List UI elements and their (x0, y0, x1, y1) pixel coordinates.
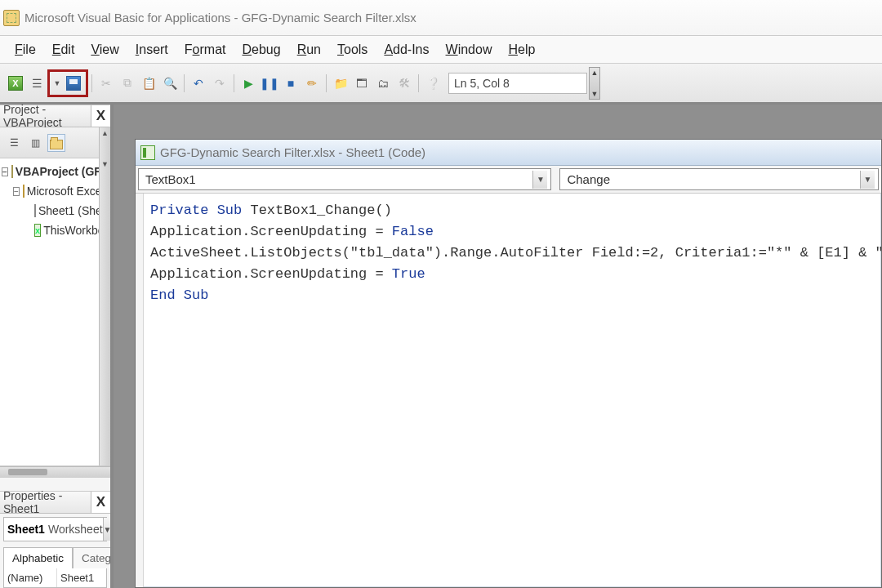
project-hscrollbar[interactable] (0, 466, 110, 478)
separator (91, 74, 92, 92)
code-editor[interactable]: Private Sub TextBox1_Change() Applicatio… (144, 194, 881, 587)
menu-format[interactable]: Format (176, 39, 234, 60)
window-title: Microsoft Visual Basic for Applications … (24, 11, 416, 24)
folder-icon (23, 185, 24, 198)
undo-button[interactable]: ↶ (189, 74, 207, 92)
run-button[interactable]: ▶ (239, 74, 257, 92)
project-icon (11, 165, 13, 178)
close-project-explorer-button[interactable]: X (91, 105, 110, 127)
project-scrollbar[interactable]: ▼ (99, 158, 110, 466)
code-window-title: GFG-Dynamic Search Filter.xlsx - Sheet1 … (160, 145, 425, 159)
menu-debug[interactable]: Debug (234, 39, 289, 60)
worksheet-icon (34, 204, 36, 217)
menu-help[interactable]: Help (500, 39, 543, 60)
copy-button[interactable]: ⧉ (118, 74, 136, 92)
tree-label: Sheet1 (Shee (38, 204, 99, 217)
menu-bar: File Edit View Insert Format Debug Run T… (0, 36, 882, 64)
code-window-titlebar[interactable]: GFG-Dynamic Search Filter.xlsx - Sheet1 … (136, 140, 881, 166)
view-object-button[interactable]: ▥ (26, 134, 44, 152)
view-excel-button[interactable]: X (7, 74, 24, 92)
break-button[interactable]: ❚❚ (261, 74, 278, 92)
chevron-down-icon[interactable]: ▼ (532, 171, 547, 189)
paste-button[interactable]: 📋 (140, 74, 158, 92)
reset-button[interactable]: ■ (282, 74, 300, 92)
separator (418, 74, 419, 92)
procedure-combo[interactable]: Change ▼ (559, 168, 879, 190)
object-combo-value: TextBox1 (145, 172, 196, 186)
close-properties-button[interactable]: X (91, 492, 110, 513)
collapse-icon[interactable]: − (13, 187, 20, 196)
redo-button[interactable]: ↷ (211, 74, 229, 92)
properties-object-combo[interactable]: Sheet1 Worksheet ▼ (3, 517, 107, 541)
menu-view[interactable]: View (82, 39, 127, 60)
menu-edit[interactable]: Edit (44, 39, 83, 60)
project-tree[interactable]: − VBAProject (GFG-Dy − Microsoft Excel O… (0, 158, 99, 466)
menu-addins[interactable]: Add-Ins (376, 39, 437, 60)
design-mode-button[interactable]: ✏ (303, 74, 321, 92)
code-margin[interactable] (136, 194, 144, 587)
chevron-down-icon[interactable]: ▼ (860, 171, 875, 189)
project-explorer-title: Project - VBAProject (3, 103, 91, 129)
property-name: (Name) (4, 568, 57, 587)
app-icon (3, 10, 20, 26)
tree-label: ThisWorkbook (43, 224, 99, 237)
title-bar: Microsoft Visual Basic for Applications … (0, 0, 882, 36)
mdi-area: GFG-Dynamic Search Filter.xlsx - Sheet1 … (110, 105, 882, 588)
separator (326, 74, 327, 92)
properties-window-button[interactable]: 🗔 (353, 74, 371, 92)
object-browser-button[interactable]: 🗂 (374, 74, 392, 92)
find-button[interactable]: 🔍 (161, 74, 179, 92)
menu-insert[interactable]: Insert (127, 39, 176, 60)
project-explorer-header: Project - VBAProject X (0, 105, 110, 127)
help-button[interactable]: ❔ (424, 74, 442, 92)
insert-dropdown[interactable]: ▼ (53, 74, 61, 92)
menu-window[interactable]: Window (438, 39, 501, 60)
menu-tools[interactable]: Tools (329, 39, 376, 60)
separator (234, 74, 234, 92)
workbook-icon: x (34, 224, 41, 237)
tree-label: VBAProject (GFG-Dy (16, 165, 99, 178)
main-toolbar: X ☰ ▼ ✂ ⧉ 📋 🔍 ↶ ↷ ▶ ❚❚ ■ ✏ 📁 🗔 🗂 🛠 ❔ Ln … (0, 64, 882, 105)
collapse-icon[interactable]: − (2, 167, 8, 176)
property-value[interactable]: Sheet1 (57, 568, 106, 587)
code-combo-row: TextBox1 ▼ Change ▼ (136, 166, 881, 194)
tab-alphabetic[interactable]: Alphabetic (3, 547, 73, 568)
menu-run[interactable]: Run (289, 39, 329, 60)
toggle-folders-button[interactable] (47, 134, 65, 152)
properties-header: Properties - Sheet1 X (0, 491, 110, 514)
insert-object-button[interactable]: ☰ (28, 74, 46, 92)
menu-file[interactable]: File (7, 39, 44, 60)
tree-excel-objects-folder[interactable]: − Microsoft Excel Ob (2, 181, 99, 201)
project-scrollbar[interactable]: ▲ (99, 127, 110, 158)
save-button[interactable] (65, 74, 82, 92)
tree-sheet1[interactable]: Sheet1 (Shee (2, 201, 99, 220)
tree-project-root[interactable]: − VBAProject (GFG-Dy (2, 162, 99, 181)
view-code-button[interactable]: ☰ (5, 134, 23, 152)
separator (184, 74, 185, 92)
save-highlight: ▼ (47, 69, 88, 97)
properties-title: Properties - Sheet1 (3, 489, 91, 515)
properties-grid: (Name) Sheet1 (3, 568, 107, 588)
code-module-icon (140, 145, 155, 160)
project-explorer-button[interactable]: 📁 (332, 74, 350, 92)
line-column-indicator: Ln 5, Col 8 (448, 73, 587, 94)
cut-button[interactable]: ✂ (97, 74, 115, 92)
tree-label: Microsoft Excel Ob (27, 185, 99, 198)
procedure-combo-value: Change (567, 172, 610, 186)
properties-tabs: Alphabetic Categorized (3, 546, 107, 568)
combo-object-type: Worksheet (45, 523, 103, 536)
toolbox-button[interactable]: 🛠 (395, 74, 413, 92)
code-window: GFG-Dynamic Search Filter.xlsx - Sheet1 … (135, 139, 882, 588)
property-row[interactable]: (Name) Sheet1 (4, 568, 106, 587)
tree-thisworkbook[interactable]: x ThisWorkbook (2, 220, 99, 240)
toolbar-grip[interactable]: ▲▼ (589, 67, 600, 100)
combo-object-name: Sheet1 (4, 523, 45, 536)
object-combo[interactable]: TextBox1 ▼ (138, 168, 551, 190)
project-explorer-toolbar: ☰ ▥ (0, 127, 99, 158)
